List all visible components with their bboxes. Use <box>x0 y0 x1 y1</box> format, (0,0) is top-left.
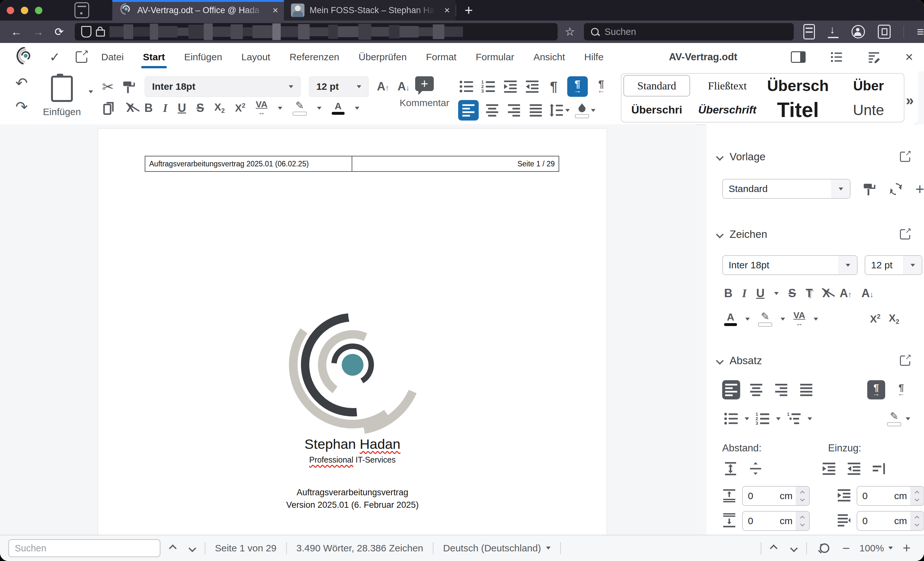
tab-close-icon[interactable]: × <box>444 5 450 16</box>
indent-after-input[interactable]: 0cm <box>856 511 924 531</box>
align-right-button[interactable] <box>506 100 522 121</box>
traffic-light-zoom[interactable] <box>35 7 42 14</box>
tab-av-vertrag[interactable]: AV-Vertrag.odt – Office @ Hada × <box>112 0 284 21</box>
document-canvas[interactable]: Auftragsverarbeitungsvertrag 2025.01 (06… <box>0 124 696 535</box>
passwords-icon[interactable] <box>803 24 815 39</box>
lock-icon[interactable] <box>96 30 105 37</box>
downloads-icon[interactable] <box>828 25 838 38</box>
new-tab-button[interactable]: + <box>465 2 473 18</box>
zoom-reset-icon[interactable] <box>820 543 830 553</box>
account-icon[interactable] <box>852 25 865 39</box>
open-external-icon[interactable] <box>76 51 87 63</box>
chevron-down-icon[interactable] <box>814 318 818 323</box>
chevron-segment[interactable] <box>838 256 857 274</box>
reload-button[interactable]: ⟳ <box>54 25 64 38</box>
copy-button[interactable] <box>102 101 116 115</box>
style-ueberschrift2-preview[interactable]: Überschri <box>621 98 692 122</box>
style-ueberschrift-preview[interactable]: Übersch <box>763 74 833 98</box>
paragraph-background-button[interactable] <box>575 100 596 121</box>
sb-shadow-button[interactable]: T <box>806 287 813 300</box>
page-count-status[interactable]: Seite 1 von 29 <box>215 543 276 554</box>
superscript-button[interactable]: X2 <box>235 102 245 114</box>
browser-search-input[interactable] <box>604 26 772 37</box>
language-selector[interactable]: Deutsch (Deutschland) <box>443 543 550 554</box>
style-untertitel[interactable]: Unte <box>833 98 904 122</box>
document-search-box[interactable] <box>8 539 160 557</box>
sb-font-color-button[interactable]: A <box>724 312 737 326</box>
chevron-segment[interactable] <box>903 256 922 274</box>
char-spacing-button[interactable]: VA↔ <box>256 100 268 116</box>
chevron-down-icon[interactable] <box>774 292 778 297</box>
search-next-icon[interactable] <box>188 545 196 552</box>
undo-button[interactable]: ↶ <box>15 74 28 92</box>
chevron-down-icon[interactable] <box>745 417 749 422</box>
style-titel[interactable]: Titel <box>763 98 833 122</box>
sb-subscript-button[interactable]: X2 <box>889 312 899 325</box>
zeichen-section-header[interactable]: Zeichen <box>717 228 910 241</box>
menu-ueberpruefen[interactable]: Überprüfen <box>358 50 408 64</box>
previous-page-icon[interactable] <box>770 545 778 552</box>
align-center-button[interactable] <box>484 100 501 121</box>
firefox-view-icon[interactable] <box>74 2 89 18</box>
sb-justify-button[interactable] <box>797 380 815 399</box>
style-ueberschrift1-preview[interactable]: Über <box>833 74 904 98</box>
new-style-button[interactable]: + <box>915 180 924 198</box>
sb-ltr-button[interactable]: ¶→ <box>867 380 885 399</box>
menu-formular[interactable]: Formular <box>475 50 515 64</box>
style-ueberschrift3-preview[interactable]: Überschrift <box>692 98 763 122</box>
menu-layout[interactable]: Layout <box>241 50 271 64</box>
grow-font-button[interactable]: A↑ <box>377 80 389 93</box>
forward-button[interactable]: → <box>33 25 44 38</box>
cut-button[interactable]: ✂ <box>102 79 114 95</box>
zoom-level-selector[interactable]: 100% <box>860 543 893 554</box>
sb-underline-button[interactable]: U <box>756 287 765 300</box>
document-search-input[interactable] <box>14 543 150 554</box>
spinner-buttons[interactable] <box>910 487 924 505</box>
absatz-popout-icon[interactable] <box>900 356 910 366</box>
formatting-marks-button[interactable]: ¶ <box>545 76 562 97</box>
clone-format-button[interactable] <box>863 182 877 196</box>
chevron-down-icon[interactable] <box>355 107 359 112</box>
update-style-icon[interactable] <box>889 182 903 196</box>
space-above-input[interactable]: 0cm <box>742 486 810 506</box>
sb-superscript-button[interactable]: X2 <box>870 313 880 325</box>
comment-button[interactable]: + Kommentar <box>397 76 452 108</box>
spinner-buttons[interactable] <box>796 512 809 530</box>
align-left-button[interactable] <box>458 100 478 121</box>
menu-format[interactable]: Format <box>425 50 457 64</box>
style-standard[interactable]: Standard <box>623 75 690 96</box>
document-page[interactable]: Auftragsverarbeitungsvertrag 2025.01 (06… <box>98 128 607 535</box>
redo-button[interactable]: ↷ <box>15 98 28 115</box>
bookmark-star-icon[interactable]: ☆ <box>565 25 575 39</box>
justify-button[interactable] <box>528 100 544 121</box>
traffic-light-minimize[interactable] <box>21 7 28 14</box>
sb-rtl-button[interactable]: ¶← <box>892 380 910 399</box>
sb-strikethrough-button[interactable]: S <box>788 287 796 300</box>
search-previous-icon[interactable] <box>169 545 177 552</box>
traffic-light-close[interactable] <box>7 7 14 14</box>
outline-list-icon[interactable] <box>831 51 843 63</box>
indent-decrease-icon[interactable] <box>847 462 861 477</box>
sb-numbered-list-button[interactable]: 123 <box>754 409 772 428</box>
indent-increase-icon[interactable] <box>822 462 836 477</box>
font-name-combobox[interactable]: Inter 18pt <box>145 76 301 97</box>
browser-search-bar[interactable] <box>584 23 794 40</box>
menu-einfuegen[interactable]: Einfügen <box>183 50 223 64</box>
sb-paragraph-highlight-button[interactable]: ✎ <box>887 411 901 426</box>
subscript-button[interactable]: X2 <box>214 101 225 114</box>
back-button[interactable]: ← <box>11 25 22 38</box>
highlight-color-button[interactable]: ✎ <box>292 100 307 116</box>
menu-hilfe[interactable]: Hilfe <box>584 50 604 64</box>
chevron-down-icon[interactable] <box>745 318 750 323</box>
hanging-indent-icon[interactable] <box>872 462 886 477</box>
spinner-buttons[interactable] <box>796 487 809 505</box>
numbered-list-button[interactable]: 123 <box>480 76 496 97</box>
strikethrough-button[interactable]: S <box>196 101 204 115</box>
chevron-down-icon[interactable] <box>807 417 812 422</box>
menu-datei[interactable]: Datei <box>101 50 124 64</box>
spinner-buttons[interactable] <box>910 512 924 530</box>
extensions-icon[interactable] <box>878 25 891 39</box>
italic-button[interactable]: I <box>163 101 168 115</box>
sb-shrink-font-button[interactable]: A↓ <box>861 287 874 300</box>
chevron-down-icon[interactable] <box>776 417 781 422</box>
